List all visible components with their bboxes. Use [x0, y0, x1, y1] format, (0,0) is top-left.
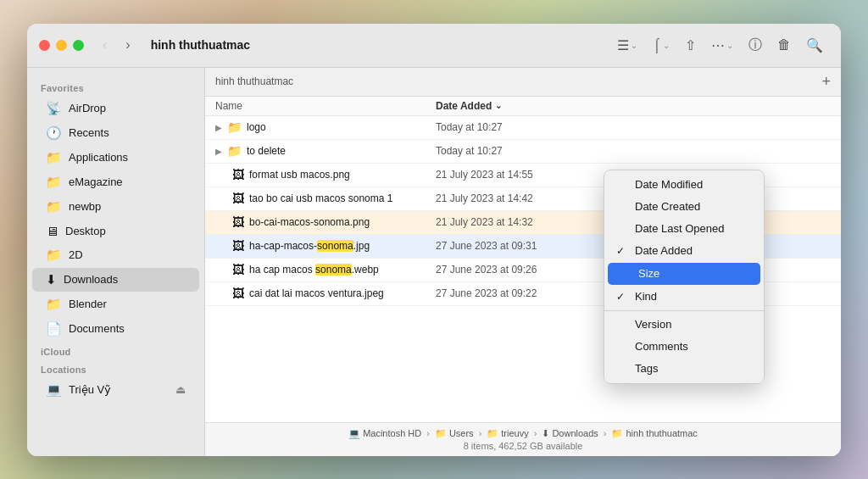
breadcrumb-label: Downloads [552, 428, 598, 438]
date-added-column-header[interactable]: Date Added ⌄ [436, 100, 831, 112]
chevron-down-icon: ⌄ [726, 41, 733, 50]
file-name-cell: ▶ 📁 logo [215, 120, 436, 134]
sort-arrow-icon: ⌄ [495, 101, 502, 110]
downloads-icon: ⬇ [46, 272, 57, 287]
sidebar-item-trieu-vy[interactable]: 💻 Triệu Vỹ ⏏ [32, 378, 199, 402]
status-bar: 💻 Macintosh HD › 📁 Users › 📁 trieuvy › [205, 422, 841, 456]
dropdown-item-date-modified[interactable]: Date Modified [604, 174, 764, 196]
file-name-text: ha cap macos sonoma.webp [249, 264, 379, 276]
breadcrumb-trieuvy[interactable]: 📁 trieuvy [487, 428, 528, 439]
more-icon: ⋯ [711, 37, 725, 53]
breadcrumb-downloads[interactable]: ⬇ Downloads [542, 428, 598, 439]
table-row[interactable]: ▶ 📁 logo Today at 10:27 [205, 116, 841, 140]
image-icon: 🖼 [232, 287, 244, 300]
dropdown-label: Tags [635, 362, 658, 375]
sidebar-item-label: Downloads [64, 273, 118, 286]
breadcrumb-hinh[interactable]: 📁 hinh thuthuatmac [611, 428, 697, 439]
sidebar-item-downloads[interactable]: ⬇ Downloads [32, 268, 199, 292]
sidebar-item-desktop[interactable]: 🖥 Desktop [32, 220, 199, 242]
breadcrumb-macintosh-hd[interactable]: 💻 Macintosh HD [348, 428, 421, 439]
expand-arrow-icon: ▶ [215, 123, 222, 132]
dropdown-label: Date Last Opened [635, 222, 725, 235]
dropdown-item-tags[interactable]: Tags [604, 358, 764, 380]
dropdown-item-date-added[interactable]: ✓ Date Added [604, 240, 764, 262]
window-title: hinh thuthuatmac [151, 38, 250, 52]
sidebar-item-label: Recents [69, 126, 109, 139]
content-area: Favorites 📡 AirDrop 🕐 Recents 📁 Applicat… [27, 68, 841, 456]
more-button[interactable]: ⋯ ⌄ [705, 33, 739, 58]
share-button[interactable]: ⇧ [679, 33, 702, 58]
info-button[interactable]: ⓘ [743, 32, 768, 58]
sidebar-item-blender[interactable]: 📁 Blender [32, 292, 199, 316]
dropdown-item-comments[interactable]: Comments [604, 336, 764, 358]
file-name-cell: 🖼 ha cap macos sonoma.webp [215, 263, 436, 276]
dropdown-label: Date Added [635, 244, 693, 257]
file-name-cell: 🖼 cai dat lai macos ventura.jpeg [215, 287, 436, 300]
icloud-label: iCloud [27, 342, 204, 359]
finder-window: ‹ › hinh thuthuatmac ☰ ⌄ ⌠ ⌄ ⇧ ⋯ ⌄ ⓘ [27, 24, 841, 456]
breadcrumb-label: Macintosh HD [363, 428, 421, 438]
airdrop-icon: 📡 [46, 101, 62, 116]
blender-icon: 📁 [46, 297, 62, 312]
breadcrumb-separator: › [479, 428, 482, 438]
sidebar-item-newbp[interactable]: 📁 newbp [32, 195, 199, 219]
file-name-cell: 🖼 bo-cai-macos-sonoma.png [215, 215, 436, 229]
file-name-text: cai dat lai macos ventura.jpeg [249, 287, 384, 299]
image-icon: 🖼 [232, 168, 244, 181]
list-view-button[interactable]: ☰ ⌄ [611, 33, 643, 58]
favorites-label: Favorites [27, 78, 204, 96]
dropdown-label: Date Created [635, 200, 700, 213]
image-icon: 🖼 [232, 263, 244, 276]
grid-view-button[interactable]: ⌠ ⌄ [647, 33, 676, 57]
sidebar-item-label: AirDrop [69, 102, 106, 114]
sidebar-item-label: newbp [69, 200, 101, 213]
sidebar-item-documents[interactable]: 📄 Documents [32, 317, 199, 341]
name-column-header[interactable]: Name [215, 100, 436, 112]
folder-title: hinh thuthuatmac [215, 75, 293, 87]
sidebar-item-label: Applications [69, 151, 128, 164]
dropdown-label: Size [638, 267, 659, 280]
sidebar-item-label: Desktop [65, 225, 106, 237]
sort-dropdown: Date Modified Date Created Date Last Ope… [604, 170, 765, 384]
file-name-text: format usb macos.png [249, 169, 350, 181]
file-name-text: to delete [247, 145, 286, 157]
sidebar-item-2d[interactable]: 📁 2D [32, 243, 199, 267]
eject-icon[interactable]: ⏏ [175, 383, 186, 396]
back-button[interactable]: ‹ [97, 34, 112, 56]
table-row[interactable]: ▶ 📁 to delete Today at 10:27 [205, 140, 841, 164]
dropdown-item-date-created[interactable]: Date Created [604, 196, 764, 218]
dropdown-label: Version [635, 318, 671, 331]
file-date-cell: Today at 10:27 [436, 121, 831, 133]
dropdown-label: Date Modified [635, 178, 703, 191]
file-name-cell: 🖼 ha-cap-macos-sonoma.jpg [215, 239, 436, 253]
traffic-lights [39, 40, 84, 51]
search-button[interactable]: 🔍 [800, 33, 829, 58]
minimize-button[interactable] [56, 40, 67, 51]
breadcrumb-label: hinh thuthuatmac [626, 428, 697, 438]
search-icon: 🔍 [806, 37, 823, 53]
image-icon: 🖼 [232, 215, 244, 229]
sidebar-item-applications[interactable]: 📁 Applications [32, 146, 199, 170]
add-button[interactable]: + [821, 74, 831, 89]
newbp-icon: 📁 [46, 199, 62, 214]
fullscreen-button[interactable] [73, 40, 84, 51]
sidebar-item-recents[interactable]: 🕐 Recents [32, 121, 199, 145]
dropdown-item-date-last-opened[interactable]: Date Last Opened [604, 218, 764, 240]
image-icon: 🖼 [232, 239, 244, 253]
dropdown-item-version[interactable]: Version [604, 314, 764, 336]
sidebar-item-label: eMagazine [69, 175, 123, 188]
expand-arrow-icon: ▶ [215, 147, 222, 156]
sidebar-item-emazagine[interactable]: 📁 eMagazine [32, 170, 199, 194]
breadcrumb-label: trieuvy [501, 428, 528, 438]
chevron-down-icon: ⌄ [663, 41, 670, 50]
forward-button[interactable]: › [120, 34, 135, 56]
sidebar-item-airdrop[interactable]: 📡 AirDrop [32, 97, 199, 120]
path-bar: hinh thuthuatmac + [205, 68, 841, 97]
dropdown-item-size[interactable]: Size [608, 263, 760, 285]
sidebar-item-label: Documents [69, 322, 125, 335]
trash-button[interactable]: 🗑 [771, 33, 797, 57]
close-button[interactable] [39, 40, 50, 51]
dropdown-item-kind[interactable]: ✓ Kind [604, 286, 764, 308]
breadcrumb-users[interactable]: 📁 Users [435, 428, 474, 439]
sidebar-item-label: 2D [69, 248, 83, 261]
